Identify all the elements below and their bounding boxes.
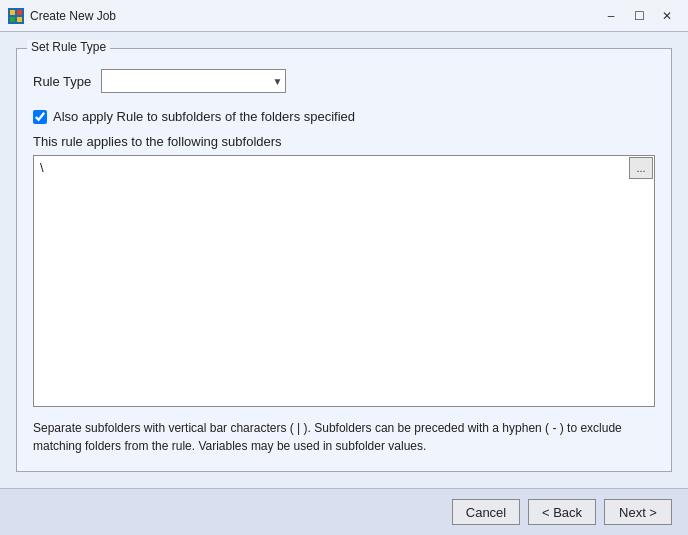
title-bar-controls: – ☐ ✕: [598, 6, 680, 26]
title-bar-left: Create New Job: [8, 8, 116, 24]
set-rule-type-group: Set Rule Type Rule Type ▼ Also apply Rul…: [16, 48, 672, 472]
window-title: Create New Job: [30, 9, 116, 23]
svg-rect-1: [10, 10, 15, 15]
apply-subfolders-label: Also apply Rule to subfolders of the fol…: [53, 109, 355, 124]
cancel-button[interactable]: Cancel: [452, 499, 520, 525]
rule-type-select-wrapper: ▼: [101, 69, 286, 93]
title-bar: Create New Job – ☐ ✕: [0, 0, 688, 32]
group-box-legend: Set Rule Type: [27, 40, 110, 54]
content-area: Set Rule Type Rule Type ▼ Also apply Rul…: [0, 32, 688, 488]
maximize-button[interactable]: ☐: [626, 6, 652, 26]
back-button[interactable]: < Back: [528, 499, 596, 525]
hint-text: Separate subfolders with vertical bar ch…: [33, 419, 655, 455]
subfolders-container: \ ...: [33, 155, 655, 407]
close-button[interactable]: ✕: [654, 6, 680, 26]
footer: Cancel < Back Next >: [0, 488, 688, 535]
rule-type-row: Rule Type ▼: [33, 69, 655, 93]
apply-subfolders-checkbox[interactable]: [33, 110, 47, 124]
svg-rect-3: [10, 17, 15, 22]
next-button[interactable]: Next >: [604, 499, 672, 525]
subfolders-textarea[interactable]: \: [33, 155, 655, 407]
subfolders-section-label: This rule applies to the following subfo…: [33, 134, 655, 149]
minimize-button[interactable]: –: [598, 6, 624, 26]
rule-type-label: Rule Type: [33, 74, 91, 89]
svg-rect-4: [17, 17, 22, 22]
rule-type-select[interactable]: [101, 69, 286, 93]
apply-subfolders-row: Also apply Rule to subfolders of the fol…: [33, 109, 655, 124]
svg-rect-2: [17, 10, 22, 15]
browse-button[interactable]: ...: [629, 157, 653, 179]
app-icon: [8, 8, 24, 24]
